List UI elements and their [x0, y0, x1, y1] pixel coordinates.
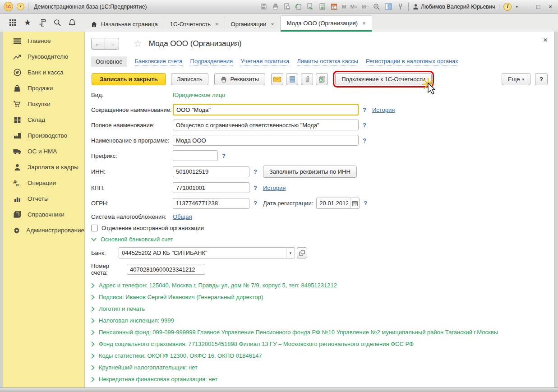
tax-system-link[interactable]: Общая: [173, 213, 192, 220]
section-statistics-codes[interactable]: Коды статистики: ОКОПФ 12300, ОКФС 16, О…: [91, 352, 548, 359]
help-mark[interactable]: ?: [222, 152, 226, 159]
memory-minus-button[interactable]: M−: [362, 4, 369, 9]
apps-grid-icon[interactable]: [8, 18, 18, 28]
section-non-credit-org[interactable]: Некредитная финансовая организация: нет: [91, 376, 548, 383]
service-wrench-icon[interactable]: [397, 3, 404, 10]
foreign-org-checkbox[interactable]: [91, 225, 98, 231]
calendar-picker-icon[interactable]: [350, 198, 359, 208]
history-icon[interactable]: [37, 18, 47, 28]
subnav-accounting-policy[interactable]: Учетная политика: [240, 58, 289, 65]
email-button[interactable]: [271, 73, 283, 85]
close-icon[interactable]: ×: [362, 20, 366, 27]
help-button[interactable]: ?: [535, 73, 548, 85]
search-icon[interactable]: [52, 18, 62, 28]
change-history-button[interactable]: [316, 73, 328, 85]
sidebar-item-purchases[interactable]: Покупки: [3, 96, 84, 112]
attachments-button[interactable]: [301, 73, 313, 85]
print-preview-icon[interactable]: [283, 3, 291, 10]
help-mark[interactable]: ?: [363, 122, 366, 129]
connect-1c-reporting-button[interactable]: Подключение к 1С-Отчетности: [335, 73, 432, 85]
save-button[interactable]: Записать: [171, 73, 209, 85]
sidebar-item-manager[interactable]: Руководителю: [3, 49, 84, 65]
favorite-star-icon[interactable]: ☆: [134, 38, 142, 49]
help-mark[interactable]: ?: [363, 106, 366, 113]
subnav-tax-registrations[interactable]: Регистрации в налоговых органах: [366, 58, 458, 65]
memory-plus-button[interactable]: M+: [350, 4, 357, 9]
sidebar-item-sales[interactable]: Продажи: [3, 80, 84, 96]
ogrn-input[interactable]: [173, 198, 249, 209]
help-mark[interactable]: ?: [254, 200, 257, 207]
help-mark[interactable]: ?: [254, 184, 257, 191]
close-icon[interactable]: ×: [215, 21, 219, 28]
sidebar-item-directories[interactable]: Справочники: [3, 207, 84, 222]
main-menu-button[interactable]: ▼: [17, 3, 24, 10]
sidebar-item-bank-cash[interactable]: ₽ Банк и касса: [3, 65, 84, 80]
bank-section-toggle[interactable]: Основной банковский счет: [91, 236, 548, 243]
sidebar-item-production[interactable]: Производство: [3, 128, 84, 143]
short-name-history-link[interactable]: История: [372, 106, 395, 113]
section-address-phone[interactable]: Адрес и телефон: 125040, Москва г, Правд…: [91, 282, 548, 289]
sidebar-item-reports[interactable]: Отчеты: [3, 191, 84, 207]
program-name-input[interactable]: [173, 135, 359, 146]
account-input[interactable]: [127, 264, 205, 275]
help-mark[interactable]: ?: [364, 200, 367, 207]
close-form-icon[interactable]: ×: [543, 36, 548, 44]
bank-input[interactable]: [119, 248, 286, 258]
list-button[interactable]: [286, 73, 298, 85]
kind-value[interactable]: Юридическое лицо: [173, 92, 225, 98]
section-social-insurance[interactable]: Фонд социального страхования: 7713200154…: [91, 341, 548, 347]
notifications-bell-icon[interactable]: [67, 18, 77, 28]
calendar-icon[interactable]: 31: [330, 3, 338, 10]
minimize-button[interactable]: −: [522, 3, 530, 10]
section-signatures[interactable]: Подписи: Иванов Сергей Иванович (Генерал…: [91, 294, 548, 300]
sidebar-item-operations[interactable]: ДтКт Операции: [3, 175, 84, 191]
section-largest-taxpayer[interactable]: Крупнейший налогоплательщик: нет: [91, 364, 548, 371]
prefix-input[interactable]: [173, 150, 218, 161]
sidebar-item-fixed-assets[interactable]: ОС и НМА: [3, 143, 84, 159]
export-link-icon[interactable]: [307, 3, 314, 10]
reg-date-input[interactable]: [317, 198, 350, 208]
kpp-input[interactable]: [173, 182, 249, 193]
subnav-bank-accounts[interactable]: Банковские счета: [135, 58, 183, 65]
calculator-icon[interactable]: [318, 3, 326, 10]
fill-by-inn-button[interactable]: Заполнить реквизиты по ИНН: [263, 166, 357, 178]
subnav-main[interactable]: Основное: [91, 56, 127, 67]
requisites-button[interactable]: Реквизиты: [214, 73, 265, 85]
close-icon[interactable]: ×: [271, 21, 274, 28]
favorites-star-icon[interactable]: ★: [23, 18, 32, 28]
short-name-input[interactable]: [173, 104, 359, 115]
back-button[interactable]: ←: [91, 38, 105, 50]
open-bank-button[interactable]: [297, 247, 307, 258]
tab-moda-organization[interactable]: Мода ООО (Организация) ×: [281, 15, 372, 32]
subnav-cash-limits[interactable]: Лимиты остатка кассы: [297, 58, 358, 65]
save-icon[interactable]: [260, 3, 267, 10]
info-dropdown-icon[interactable]: ▾: [516, 5, 518, 9]
full-name-input[interactable]: [173, 120, 359, 130]
more-button[interactable]: Еще ▾: [502, 73, 530, 85]
help-mark[interactable]: ?: [254, 168, 257, 175]
sidebar-item-warehouse[interactable]: Склад: [3, 112, 84, 128]
sidebar-item-salary-hr[interactable]: Зарплата и кадры: [3, 159, 84, 175]
sidebar-item-administration[interactable]: Администрирование: [3, 222, 84, 238]
info-icon[interactable]: i: [503, 3, 512, 11]
import-link-icon[interactable]: [295, 3, 303, 10]
help-mark[interactable]: ?: [363, 137, 366, 144]
maximize-button[interactable]: □: [534, 3, 542, 10]
memory-recall-button[interactable]: M: [342, 4, 346, 9]
current-user[interactable]: Любимов Валерий Юрьевич: [413, 4, 495, 10]
tab-home[interactable]: Начальная страница: [85, 17, 164, 32]
section-logo-stamp[interactable]: Логотип и печать: [91, 305, 548, 312]
tab-1c-reporting[interactable]: 1С-Отчетность ×: [164, 17, 225, 32]
kpp-history-link[interactable]: История: [263, 184, 286, 191]
split-view-icon[interactable]: [385, 3, 392, 10]
foreign-org-checkbox-row[interactable]: Отделение иностранной организации: [91, 225, 548, 231]
section-pension-fund[interactable]: Пенсионный фонд: 099-099-999999 Главное …: [91, 329, 548, 336]
sidebar-item-main[interactable]: Главное: [3, 33, 84, 49]
subnav-departments[interactable]: Подразделения: [190, 58, 233, 65]
section-tax-inspection[interactable]: Налоговая инспекция: 9999: [91, 317, 548, 324]
zoom-icon[interactable]: [373, 3, 381, 10]
close-window-button[interactable]: ×: [546, 3, 554, 10]
tab-organizations[interactable]: Организации ×: [225, 17, 281, 32]
save-and-close-button[interactable]: Записать и закрыть: [92, 73, 166, 85]
dropdown-icon[interactable]: ▾: [286, 248, 295, 258]
